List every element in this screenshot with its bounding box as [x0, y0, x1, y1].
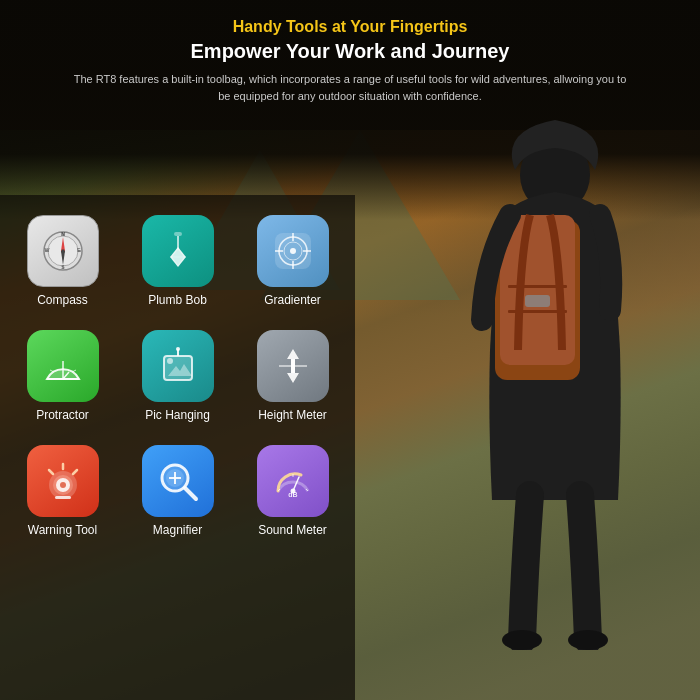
- pic-hanging-icon: [142, 330, 214, 402]
- header-subtitle: Handy Tools at Your Fingertips: [20, 18, 680, 36]
- gradienter-label: Gradienter: [264, 293, 321, 307]
- svg-point-50: [60, 482, 66, 488]
- gradienter-icon: [257, 215, 329, 287]
- magnifier-label: Magnifier: [153, 523, 202, 537]
- svg-point-38: [167, 358, 173, 364]
- tool-plumb-bob[interactable]: Plumb Bob: [120, 205, 235, 320]
- sound-meter-label: Sound Meter: [258, 523, 327, 537]
- svg-marker-42: [287, 359, 299, 383]
- tool-compass[interactable]: N S E W Compass: [5, 205, 120, 320]
- sound-meter-icon: dB: [257, 445, 329, 517]
- height-meter-label: Height Meter: [258, 408, 327, 422]
- header-title: Empower Your Work and Journey: [20, 40, 680, 63]
- warning-tool-label: Warning Tool: [28, 523, 97, 537]
- svg-rect-5: [525, 295, 550, 307]
- svg-text:dB: dB: [288, 491, 297, 498]
- svg-rect-4: [508, 310, 567, 313]
- svg-line-47: [49, 470, 53, 474]
- person-silhouette: [400, 100, 670, 650]
- svg-line-48: [73, 470, 77, 474]
- protractor-label: Protractor: [36, 408, 89, 422]
- plumb-bob-label: Plumb Bob: [148, 293, 207, 307]
- warning-tool-icon: [27, 445, 99, 517]
- tool-protractor[interactable]: Protractor: [5, 320, 120, 435]
- tool-height-meter[interactable]: Height Meter: [235, 320, 350, 435]
- height-meter-icon: [257, 330, 329, 402]
- svg-point-40: [176, 347, 180, 351]
- svg-point-6: [502, 630, 542, 650]
- header-description: The RT8 features a built-in toolbag, whi…: [70, 71, 630, 104]
- header: Handy Tools at Your Fingertips Empower Y…: [0, 0, 700, 114]
- svg-rect-3: [508, 285, 567, 288]
- svg-line-54: [185, 488, 196, 499]
- tool-sound-meter[interactable]: dB Sound Meter: [235, 435, 350, 550]
- magnifier-icon: [142, 445, 214, 517]
- tool-pic-hanging[interactable]: Pic Hanging: [120, 320, 235, 435]
- plumb-bob-icon: [142, 215, 214, 287]
- compass-icon: N S E W: [27, 215, 99, 287]
- tool-gradienter[interactable]: Gradienter: [235, 205, 350, 320]
- compass-label: Compass: [37, 293, 88, 307]
- tool-warning[interactable]: Warning Tool: [5, 435, 120, 550]
- pic-hanging-label: Pic Hanging: [145, 408, 210, 422]
- svg-point-27: [290, 248, 296, 254]
- svg-point-7: [568, 630, 608, 650]
- tool-magnifier[interactable]: Magnifier: [120, 435, 235, 550]
- svg-rect-51: [55, 496, 71, 499]
- svg-rect-19: [174, 232, 182, 236]
- tools-grid: N S E W Compass: [5, 205, 350, 550]
- page-wrapper: Handy Tools at Your Fingertips Empower Y…: [0, 0, 700, 700]
- protractor-icon: [27, 330, 99, 402]
- svg-text:W: W: [44, 247, 49, 253]
